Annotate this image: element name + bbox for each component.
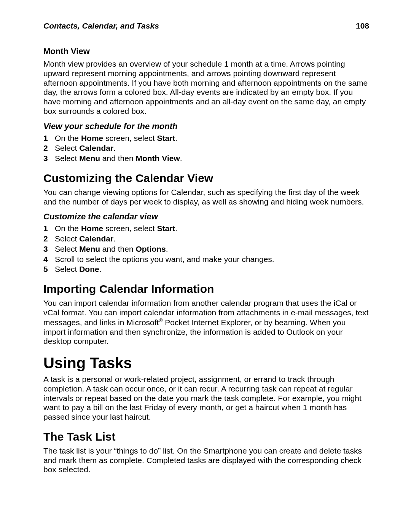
step-text: Select Done. (55, 265, 102, 274)
heading-customizing: Customizing the Calendar View (43, 172, 369, 185)
step-number: 4 (43, 255, 49, 264)
running-title: Contacts, Calendar, and Tasks (43, 21, 159, 30)
step: 5 Select Done. (43, 265, 369, 274)
step-number: 3 (43, 154, 49, 163)
step-text: Select Menu and then Options. (55, 244, 168, 254)
step: 4 Scroll to select the options you want,… (43, 255, 369, 264)
step-text: Scroll to select the options you want, a… (55, 255, 274, 264)
step-number: 3 (43, 244, 49, 254)
heading-task-list: The Task List (43, 430, 369, 443)
page-number: 108 (356, 21, 369, 30)
step: 3 Select Menu and then Options. (43, 244, 369, 254)
body-using-tasks: A task is a personal or work-related pro… (43, 375, 369, 422)
step-text: Select Calendar. (55, 234, 116, 244)
step-text: Select Calendar. (55, 144, 116, 153)
step-number: 1 (43, 134, 49, 143)
steps-view-schedule: 1 On the Home screen, select Start. 2 Se… (43, 134, 369, 163)
proc-title-customize: Customize the calendar view (43, 212, 369, 222)
step-number: 2 (43, 234, 49, 244)
running-header: Contacts, Calendar, and Tasks 108 (43, 21, 369, 30)
step-number: 1 (43, 224, 49, 233)
step-text: Select Menu and then Month View. (55, 154, 182, 163)
step: 2 Select Calendar. (43, 144, 369, 153)
steps-customize: 1 On the Home screen, select Start. 2 Se… (43, 224, 369, 274)
body-month-view: Month view provides an overview of your … (43, 59, 369, 116)
step-number: 5 (43, 265, 49, 274)
step-number: 2 (43, 144, 49, 153)
heading-using-tasks: Using Tasks (43, 355, 369, 372)
step: 1 On the Home screen, select Start. (43, 224, 369, 233)
heading-month-view: Month View (43, 46, 369, 56)
step: 3 Select Menu and then Month View. (43, 154, 369, 163)
step: 2 Select Calendar. (43, 234, 369, 244)
step-text: On the Home screen, select Start. (55, 224, 177, 233)
body-task-list: The task list is your “things to do” lis… (43, 446, 369, 474)
registered-mark: ® (159, 318, 162, 323)
document-page: Contacts, Calendar, and Tasks 108 Month … (0, 0, 411, 532)
body-importing: You can import calendar information from… (43, 299, 369, 346)
body-customizing: You can change viewing options for Calen… (43, 188, 369, 207)
step: 1 On the Home screen, select Start. (43, 134, 369, 143)
heading-importing: Importing Calendar Information (43, 283, 369, 296)
step-text: On the Home screen, select Start. (55, 134, 177, 143)
proc-title-view-schedule: View your schedule for the month (43, 121, 369, 131)
